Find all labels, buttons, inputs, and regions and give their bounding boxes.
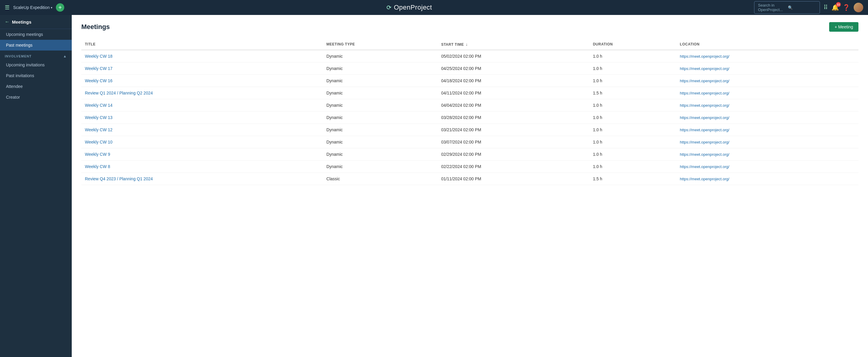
cell-location: https://meet.openproject.org/ xyxy=(676,148,859,160)
cell-location: https://meet.openproject.org/ xyxy=(676,50,859,62)
chevron-up-icon[interactable]: ▲ xyxy=(63,54,67,58)
cell-location: https://meet.openproject.org/ xyxy=(676,173,859,185)
col-location: LOCATION xyxy=(676,39,859,50)
location-link[interactable]: https://meet.openproject.org/ xyxy=(680,66,729,71)
meeting-title-link[interactable]: Weekly CW 17 xyxy=(85,66,113,71)
user-avatar[interactable] xyxy=(854,3,863,12)
search-icon: 🔍 xyxy=(788,5,816,10)
meeting-title-link[interactable]: Weekly CW 16 xyxy=(85,78,113,83)
back-arrow-icon: ← xyxy=(5,19,9,25)
app-layout: ← Meetings Upcoming meetings Past meetin… xyxy=(0,15,868,357)
sidebar-item-upcoming-invitations[interactable]: Upcoming invitations xyxy=(0,59,72,70)
meeting-title-link[interactable]: Weekly CW 9 xyxy=(85,152,110,157)
table-row: Review Q4 2023 / Planning Q1 2024 Classi… xyxy=(81,173,859,185)
cell-duration: 1.0 h xyxy=(589,99,676,112)
meeting-title-link[interactable]: Review Q1 2024 / Planning Q2 2024 xyxy=(85,91,153,95)
location-link[interactable]: https://meet.openproject.org/ xyxy=(680,103,729,108)
cell-title: Review Q1 2024 / Planning Q2 2024 xyxy=(81,87,323,99)
cell-duration: 1.0 h xyxy=(589,160,676,173)
table-row: Weekly CW 14 Dynamic 04/04/2024 02:00 PM… xyxy=(81,99,859,112)
cell-duration: 1.0 h xyxy=(589,62,676,75)
cell-type: Dynamic xyxy=(323,136,438,148)
col-start-time[interactable]: START TIME ↓ xyxy=(438,39,589,50)
project-selector[interactable]: ScaleUp Expedition ▾ xyxy=(13,5,52,10)
table-row: Review Q1 2024 / Planning Q2 2024 Dynami… xyxy=(81,87,859,99)
col-meeting-type: MEETING TYPE xyxy=(323,39,438,50)
cell-duration: 1.0 h xyxy=(589,112,676,124)
search-box[interactable]: Search in OpenProject... 🔍 xyxy=(754,1,820,14)
table-row: Weekly CW 12 Dynamic 03/21/2024 02:00 PM… xyxy=(81,124,859,136)
notification-bell[interactable]: 🔔 11 xyxy=(832,4,839,11)
project-caret-icon: ▾ xyxy=(51,6,52,9)
table-row: Weekly CW 10 Dynamic 03/07/2024 02:00 PM… xyxy=(81,136,859,148)
meeting-title-link[interactable]: Review Q4 2023 / Planning Q1 2024 xyxy=(85,176,153,181)
col-duration: DURATION xyxy=(589,39,676,50)
cell-start-time: 03/21/2024 02:00 PM xyxy=(438,124,589,136)
cell-title: Weekly CW 12 xyxy=(81,124,323,136)
help-icon[interactable]: ❓ xyxy=(843,4,850,11)
notification-count: 11 xyxy=(836,2,841,7)
cell-title: Weekly CW 16 xyxy=(81,75,323,87)
cell-start-time: 02/22/2024 02:00 PM xyxy=(438,160,589,173)
cell-location: https://meet.openproject.org/ xyxy=(676,62,859,75)
page-header: Meetings + Meeting xyxy=(81,22,859,32)
sidebar-item-past-meetings[interactable]: Past meetings xyxy=(0,40,72,51)
cell-type: Dynamic xyxy=(323,87,438,99)
sidebar-involvement-section: INVOLVEMENT ▲ xyxy=(0,51,72,59)
cell-location: https://meet.openproject.org/ xyxy=(676,160,859,173)
page-title: Meetings xyxy=(81,23,110,31)
cell-duration: 1.0 h xyxy=(589,124,676,136)
meeting-title-link[interactable]: Weekly CW 10 xyxy=(85,140,113,144)
location-link[interactable]: https://meet.openproject.org/ xyxy=(680,140,729,144)
location-link[interactable]: https://meet.openproject.org/ xyxy=(680,115,729,120)
meeting-title-link[interactable]: Weekly CW 12 xyxy=(85,127,113,132)
cell-type: Dynamic xyxy=(323,124,438,136)
add-button[interactable]: + xyxy=(56,3,64,12)
cell-duration: 1.0 h xyxy=(589,75,676,87)
sidebar-item-past-invitations[interactable]: Past invitations xyxy=(0,70,72,81)
table-row: Weekly CW 9 Dynamic 02/29/2024 02:00 PM … xyxy=(81,148,859,160)
hamburger-icon[interactable]: ☰ xyxy=(5,4,9,11)
cell-start-time: 04/18/2024 02:00 PM xyxy=(438,75,589,87)
meetings-table: TITLE MEETING TYPE START TIME ↓ DURATION… xyxy=(81,39,859,185)
cell-location: https://meet.openproject.org/ xyxy=(676,112,859,124)
cell-location: https://meet.openproject.org/ xyxy=(676,75,859,87)
location-link[interactable]: https://meet.openproject.org/ xyxy=(680,91,729,95)
cell-duration: 1.5 h xyxy=(589,173,676,185)
location-link[interactable]: https://meet.openproject.org/ xyxy=(680,128,729,132)
location-link[interactable]: https://meet.openproject.org/ xyxy=(680,177,729,181)
location-link[interactable]: https://meet.openproject.org/ xyxy=(680,165,729,169)
cell-start-time: 04/11/2024 02:00 PM xyxy=(438,87,589,99)
cell-type: Dynamic xyxy=(323,62,438,75)
meeting-title-link[interactable]: Weekly CW 8 xyxy=(85,164,110,169)
meeting-title-link[interactable]: Weekly CW 14 xyxy=(85,103,113,108)
grid-icon[interactable]: ⠿ xyxy=(824,4,828,11)
location-link[interactable]: https://meet.openproject.org/ xyxy=(680,79,729,83)
meeting-title-link[interactable]: Weekly CW 18 xyxy=(85,54,113,59)
sidebar-back[interactable]: ← Meetings xyxy=(0,15,72,29)
sidebar-item-attendee[interactable]: Attendee xyxy=(0,81,72,92)
sidebar-item-creator[interactable]: Creator xyxy=(0,92,72,102)
sidebar-item-upcoming-meetings[interactable]: Upcoming meetings xyxy=(0,29,72,40)
add-meeting-button[interactable]: + Meeting xyxy=(829,22,859,32)
cell-title: Weekly CW 14 xyxy=(81,99,323,112)
cell-location: https://meet.openproject.org/ xyxy=(676,124,859,136)
location-link[interactable]: https://meet.openproject.org/ xyxy=(680,54,729,59)
logo-text: OpenProject xyxy=(394,4,432,11)
sidebar: ← Meetings Upcoming meetings Past meetin… xyxy=(0,15,72,357)
logo-icon: ⟳ xyxy=(386,4,392,11)
cell-title: Weekly CW 18 xyxy=(81,50,323,62)
meeting-title-link[interactable]: Weekly CW 13 xyxy=(85,115,113,120)
cell-location: https://meet.openproject.org/ xyxy=(676,87,859,99)
cell-title: Weekly CW 9 xyxy=(81,148,323,160)
cell-start-time: 03/28/2024 02:00 PM xyxy=(438,112,589,124)
cell-duration: 1.0 h xyxy=(589,136,676,148)
project-name: ScaleUp Expedition xyxy=(13,5,50,10)
location-link[interactable]: https://meet.openproject.org/ xyxy=(680,152,729,157)
cell-title: Weekly CW 13 xyxy=(81,112,323,124)
cell-location: https://meet.openproject.org/ xyxy=(676,99,859,112)
cell-start-time: 04/25/2024 02:00 PM xyxy=(438,62,589,75)
cell-title: Review Q4 2023 / Planning Q1 2024 xyxy=(81,173,323,185)
table-row: Weekly CW 16 Dynamic 04/18/2024 02:00 PM… xyxy=(81,75,859,87)
cell-type: Dynamic xyxy=(323,160,438,173)
